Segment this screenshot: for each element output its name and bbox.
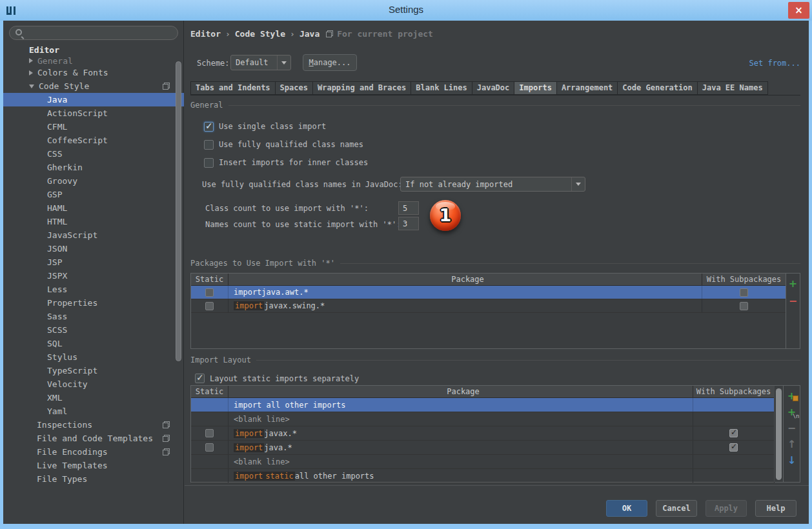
class-count-input[interactable]	[398, 201, 419, 215]
package-cell: import static all other imports	[228, 469, 693, 483]
package-text: javax.swing.*	[264, 301, 325, 310]
packages-table: StaticPackageWith Subpackages import jav…	[191, 274, 786, 348]
tab-tabs-and-indents[interactable]: Tabs and Indents	[190, 81, 276, 95]
tab-wrapping-and-braces[interactable]: Wrapping and Braces	[312, 81, 411, 95]
sidebar-item-typescript[interactable]: TypeScript	[3, 364, 184, 377]
close-button[interactable]: ×	[788, 2, 809, 19]
tab-spaces[interactable]: Spaces	[275, 81, 313, 95]
add-blank-line-icon[interactable]: +	[786, 406, 798, 417]
tab-java-ee-names[interactable]: Java EE Names	[697, 81, 768, 95]
table-checkbox[interactable]	[740, 288, 748, 297]
sidebar-item-properties[interactable]: Properties	[3, 296, 184, 310]
sidebar-item-html[interactable]: HTML	[3, 215, 184, 228]
code-style-tabs: Tabs and IndentsSpacesWrapping and Brace…	[190, 81, 767, 95]
sidebar-item-live-templates[interactable]: Live Templates	[3, 459, 184, 472]
search-box	[9, 26, 178, 40]
sidebar-item-actionscript[interactable]: ActionScript	[3, 106, 184, 120]
table-checkbox[interactable]	[205, 288, 214, 297]
with-subpackages-cell	[702, 286, 786, 299]
sidebar-item-javascript[interactable]: JavaScript	[3, 228, 184, 242]
sidebar-item-jspx[interactable]: JSPX	[3, 269, 184, 283]
table-checkbox[interactable]	[740, 302, 748, 310]
breadcrumb-segment-java[interactable]: Java	[299, 29, 320, 39]
table-checkbox[interactable]	[205, 443, 214, 452]
manage-button[interactable]: Manage...	[303, 54, 357, 71]
add-package-icon[interactable]: +	[786, 390, 798, 401]
sidebar-item-stylus[interactable]: Stylus	[3, 350, 184, 364]
tab-imports[interactable]: Imports	[514, 81, 557, 95]
sidebar-item-label: Velocity	[47, 379, 88, 389]
sidebar-item-xml[interactable]: XML	[3, 391, 184, 404]
sidebar-item-less[interactable]: Less	[3, 283, 184, 296]
expand-arrow-icon[interactable]	[29, 58, 33, 63]
table-row[interactable]: <blank line>	[191, 412, 775, 426]
sidebar-item-inspections[interactable]: Inspections	[3, 418, 184, 432]
table-checkbox[interactable]	[205, 302, 214, 310]
table-row[interactable]: import static all other imports	[191, 469, 775, 483]
expand-arrow-icon[interactable]	[29, 70, 33, 75]
table-checkbox[interactable]	[205, 429, 214, 437]
sidebar-item-haml[interactable]: HAML	[3, 201, 184, 215]
sidebar-item-file-encodings[interactable]: File Encodings	[3, 445, 184, 459]
sidebar-item-coffeescript[interactable]: CoffeeScript	[3, 134, 184, 147]
static-cell	[191, 286, 228, 299]
names-count-input[interactable]	[398, 217, 419, 230]
sidebar-item-velocity[interactable]: Velocity	[3, 377, 184, 391]
table-scrollbar-thumb[interactable]	[776, 388, 782, 480]
help-button[interactable]: Help	[755, 500, 797, 517]
scheme-select[interactable]: Default	[230, 55, 291, 70]
sidebar-item-scss[interactable]: SCSS	[3, 323, 184, 337]
collapse-arrow-icon[interactable]	[29, 85, 34, 88]
static-cell	[191, 469, 228, 483]
chevron-down-icon[interactable]	[571, 177, 585, 191]
chevron-down-icon[interactable]	[277, 55, 290, 70]
table-row[interactable]: <blank line>	[191, 455, 775, 469]
sidebar-item-yaml[interactable]: Yaml	[3, 404, 184, 418]
set-from-link[interactable]: Set from...	[749, 59, 800, 68]
layout-static-checkbox[interactable]	[195, 374, 205, 383]
table-row[interactable]: import java.awt.*	[191, 286, 786, 299]
table-checkbox[interactable]	[729, 429, 738, 437]
table-row[interactable]: import all other imports	[191, 398, 775, 412]
move-down-icon[interactable]: ↓	[786, 454, 798, 466]
sidebar-item-gherkin[interactable]: Gherkin	[3, 161, 184, 174]
sidebar-item-groovy[interactable]: Groovy	[3, 174, 184, 188]
sidebar-item-code-style[interactable]: Code Style	[3, 79, 184, 93]
sidebar-item-editor: Editor	[3, 44, 184, 55]
sidebar-item-gsp[interactable]: GSP	[3, 188, 184, 201]
remove-icon[interactable]: −	[787, 295, 799, 306]
sidebar-item-jsp[interactable]: JSP	[3, 255, 184, 269]
sidebar-item-cfml[interactable]: CFML	[3, 120, 184, 134]
sidebar-scrollbar-thumb[interactable]	[176, 61, 181, 361]
table-row[interactable]: import javax.*	[191, 426, 775, 441]
ok-button[interactable]: OK	[606, 500, 647, 517]
table-row[interactable]: import java.*	[191, 441, 775, 455]
add-icon[interactable]: +	[787, 277, 799, 289]
checkbox-use-fully-qualified-class-names[interactable]	[204, 140, 214, 150]
sidebar-item-general[interactable]: General	[3, 55, 184, 66]
sidebar-item-file-types[interactable]: File Types	[3, 472, 184, 486]
search-input[interactable]	[28, 27, 173, 39]
tab-javadoc[interactable]: JavaDoc	[472, 81, 515, 95]
checkbox-use-single-class-import[interactable]	[204, 122, 214, 132]
breadcrumb-segment-editor[interactable]: Editor	[190, 29, 221, 39]
sidebar-item-css[interactable]: CSS	[3, 147, 184, 161]
sidebar-item-colors-fonts[interactable]: Colors & Fonts	[3, 66, 184, 79]
cancel-button[interactable]: Cancel	[656, 500, 697, 517]
sidebar-item-java[interactable]: Java	[3, 93, 184, 106]
table-checkbox[interactable]	[729, 443, 738, 452]
breadcrumb-segment-code-style[interactable]: Code Style	[235, 29, 285, 39]
checkbox-insert-imports-for-inner-classes[interactable]	[204, 158, 214, 168]
sidebar-item-json[interactable]: JSON	[3, 242, 184, 255]
sidebar-item-sass[interactable]: Sass	[3, 310, 184, 323]
tab-blank-lines[interactable]: Blank Lines	[411, 81, 472, 95]
sidebar-item-label: Live Templates	[37, 461, 108, 470]
tab-arrangement[interactable]: Arrangement	[556, 81, 618, 95]
modified-settings-icon	[163, 83, 170, 90]
sidebar-item-file-and-code-templates[interactable]: File and Code Templates	[3, 432, 184, 445]
modified-settings-icon	[163, 421, 170, 428]
javadoc-select[interactable]: If not already imported	[400, 177, 585, 192]
sidebar-item-sql[interactable]: SQL	[3, 337, 184, 350]
table-row[interactable]: import javax.swing.*	[191, 299, 786, 313]
tab-code-generation[interactable]: Code Generation	[617, 81, 697, 95]
